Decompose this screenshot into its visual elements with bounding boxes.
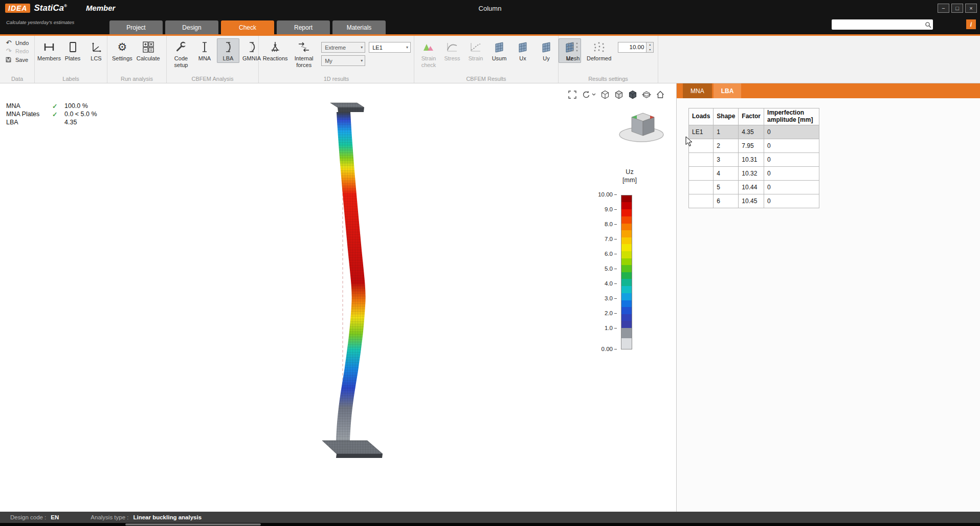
rotate-view-button[interactable]	[582, 89, 596, 101]
section-view-button[interactable]	[642, 89, 651, 101]
table-row[interactable]: LE1 1 4.35 0	[689, 125, 819, 139]
tab-check[interactable]: Check	[221, 20, 274, 34]
tab-report[interactable]: Report	[277, 20, 330, 34]
cell-loads[interactable]	[689, 166, 714, 180]
reactions-button[interactable]: Reactions	[262, 38, 288, 63]
cell-shape[interactable]: 2	[714, 139, 739, 152]
tab-materials[interactable]: Materials	[332, 20, 386, 34]
strain-icon	[469, 40, 482, 54]
cell-shape[interactable]: 5	[714, 180, 739, 194]
legend-unit: [mm]	[617, 177, 642, 184]
cell-factor[interactable]: 10.31	[739, 152, 764, 166]
deformed-label: Deformed	[587, 55, 611, 62]
design-code-label: Design code :	[10, 514, 46, 520]
table-row[interactable]: 5 10.44 0	[689, 180, 819, 194]
settings-button[interactable]: ⚙ Settings	[110, 38, 134, 63]
mna-button[interactable]: MNA	[193, 38, 216, 63]
legend-tick: 8.0	[587, 221, 617, 227]
lcs-icon	[90, 40, 103, 54]
column-model[interactable]	[307, 99, 419, 477]
save-button[interactable]: Save	[5, 56, 29, 63]
search-input[interactable]	[832, 21, 923, 28]
cell-factor[interactable]: 4.35	[739, 125, 764, 139]
cell-loads[interactable]	[689, 139, 714, 152]
maximize-button[interactable]: □	[951, 4, 963, 13]
status-row-lba: LBA . 4.35	[6, 118, 97, 126]
panel-tab-lba[interactable]: LBA	[714, 83, 742, 98]
cell-imperfection[interactable]: 0	[764, 166, 819, 180]
lba-label: LBA	[223, 55, 234, 62]
navigation-cube[interactable]	[617, 108, 666, 145]
mna-label: MNA	[198, 55, 211, 62]
stress-button[interactable]: Stress	[441, 38, 463, 63]
cell-shape[interactable]: 1	[714, 125, 739, 139]
group-label-data: Data	[0, 76, 34, 82]
usum-icon	[493, 40, 506, 54]
tab-project[interactable]: Project	[109, 20, 163, 34]
deformed-button[interactable]: Deformed	[585, 38, 613, 63]
table-row[interactable]: 6 10.45 0	[689, 194, 819, 208]
calculate-label: Calculate	[137, 55, 160, 62]
table-row[interactable]: 2 7.95 0	[689, 139, 819, 152]
strain-check-button[interactable]: Strain check	[417, 38, 440, 69]
mesh-label: Mesh	[566, 55, 580, 62]
solid-view-button[interactable]	[628, 89, 637, 101]
cell-loads[interactable]: LE1	[689, 125, 714, 139]
info-badge[interactable]: i	[966, 19, 976, 29]
strain-check-label: Strain check	[419, 55, 438, 68]
viewport-3d[interactable]: MNA ✓ 100.0 % MNA Plates ✓ 0.0 < 5.0 % L…	[0, 83, 676, 512]
cell-factor[interactable]: 7.95	[739, 139, 764, 152]
mesh-button[interactable]: Mesh	[562, 38, 584, 63]
cell-loads[interactable]	[689, 152, 714, 166]
component-dropdown[interactable]: My ▾	[321, 55, 365, 66]
close-button[interactable]: ×	[965, 4, 977, 13]
lcs-button[interactable]: LCS	[85, 38, 107, 63]
cell-imperfection[interactable]: 0	[764, 139, 819, 152]
search-icon[interactable]	[923, 21, 933, 28]
deformation-scale-input[interactable]: 10.00	[618, 42, 647, 53]
home-view-button[interactable]	[656, 89, 665, 101]
scrollbar-thumb[interactable]	[125, 523, 261, 525]
cell-loads[interactable]	[689, 194, 714, 208]
cell-loads[interactable]	[689, 180, 714, 194]
iso-view-button[interactable]	[600, 89, 610, 101]
cell-imperfection[interactable]: 0	[764, 180, 819, 194]
ribbon-group-cbfem-results: Strain check Stress Strain Usum Ux	[414, 36, 559, 83]
plates-button[interactable]: Plates	[61, 38, 84, 63]
internal-forces-button[interactable]: Internal forces	[289, 38, 318, 69]
ux-button[interactable]: Ux	[511, 38, 534, 63]
strain-button[interactable]: Strain	[464, 38, 487, 63]
cell-imperfection[interactable]: 0	[764, 152, 819, 166]
cell-shape[interactable]: 3	[714, 152, 739, 166]
spin-up-icon[interactable]: ▴	[647, 42, 653, 48]
cell-factor[interactable]: 10.44	[739, 180, 764, 194]
cell-shape[interactable]: 4	[714, 166, 739, 180]
cell-factor[interactable]: 10.45	[739, 194, 764, 208]
cell-shape[interactable]: 6	[714, 194, 739, 208]
lba-button[interactable]: LBA	[217, 38, 239, 63]
code-setup-button[interactable]: Code setup	[170, 38, 192, 69]
extreme-dropdown[interactable]: Extreme ▾	[321, 42, 365, 53]
shaded-view-button[interactable]	[614, 89, 623, 101]
cell-imperfection[interactable]: 0	[764, 125, 819, 139]
redo-button[interactable]: ↷ Redo	[5, 48, 29, 54]
usum-button[interactable]: Usum	[488, 38, 510, 63]
undo-button[interactable]: ↶ Undo	[5, 40, 29, 46]
minimize-button[interactable]: −	[938, 4, 949, 13]
cell-factor[interactable]: 10.32	[739, 166, 764, 180]
legend-tick: 5.0	[587, 266, 617, 272]
legend-color-bar	[621, 195, 632, 349]
rotate-view-icon	[582, 90, 591, 99]
uy-button[interactable]: Uy	[535, 38, 558, 63]
spin-down-icon[interactable]: ▾	[647, 48, 653, 53]
tab-design[interactable]: Design	[165, 20, 218, 34]
calculate-button[interactable]: Calculate	[135, 38, 162, 63]
load-case-dropdown[interactable]: LE1 ▾	[369, 42, 411, 53]
members-button[interactable]: Members	[38, 38, 60, 63]
component-dropdown-value: My	[325, 58, 332, 64]
table-row[interactable]: 4 10.32 0	[689, 166, 819, 180]
panel-tab-mna[interactable]: MNA	[683, 83, 712, 98]
fit-view-button[interactable]	[568, 89, 577, 101]
cell-imperfection[interactable]: 0	[764, 194, 819, 208]
table-row[interactable]: 3 10.31 0	[689, 152, 819, 166]
